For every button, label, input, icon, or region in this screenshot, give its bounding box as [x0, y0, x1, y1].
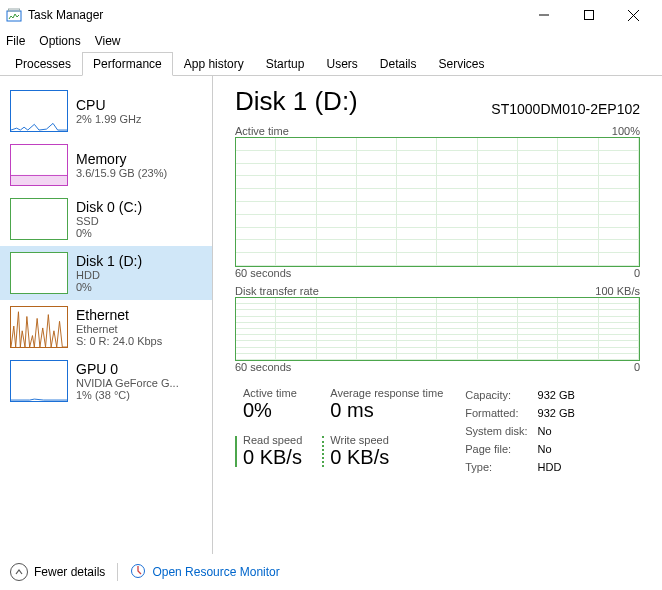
menu-file[interactable]: File: [6, 34, 25, 48]
tab-performance[interactable]: Performance: [82, 52, 173, 76]
chart1-axis-l: 60 seconds: [235, 267, 291, 279]
chart2-axis-l: 60 seconds: [235, 361, 291, 373]
close-button[interactable]: [611, 0, 656, 30]
sidebar-item-sub2: 0%: [76, 227, 142, 239]
active-time-chart: [235, 137, 640, 267]
sidebar-item-sub: SSD: [76, 215, 142, 227]
sidebar-item-sub2: 1% (38 °C): [76, 389, 179, 401]
perf-main: Disk 1 (D:) ST1000DM010-2EP102 Active ti…: [213, 76, 662, 554]
page-file-value: No: [538, 443, 583, 459]
sidebar-item-disk0[interactable]: Disk 0 (C:) SSD 0%: [0, 192, 212, 246]
transfer-rate-chart: [235, 297, 640, 361]
resource-monitor-icon: [130, 563, 146, 582]
footer-separator: [117, 563, 118, 581]
type-label: Type:: [465, 461, 535, 477]
menu-options[interactable]: Options: [39, 34, 80, 48]
chart1-label: Active time: [235, 125, 289, 137]
system-disk-label: System disk:: [465, 425, 535, 441]
write-speed-label: Write speed: [330, 434, 443, 446]
chart2-label: Disk transfer rate: [235, 285, 319, 297]
avg-resp-value: 0 ms: [330, 399, 443, 422]
sidebar-item-label: Disk 0 (C:): [76, 199, 142, 215]
sidebar-item-memory[interactable]: Memory 3.6/15.9 GB (23%): [0, 138, 212, 192]
open-resource-monitor-label: Open Resource Monitor: [152, 565, 279, 579]
titlebar: Task Manager: [0, 0, 662, 30]
open-resource-monitor-link[interactable]: Open Resource Monitor: [130, 563, 279, 582]
chart2-right: 100 KB/s: [595, 285, 640, 297]
sidebar-item-disk1[interactable]: Disk 1 (D:) HDD 0%: [0, 246, 212, 300]
window-title: Task Manager: [28, 8, 521, 22]
sidebar-item-sub: 3.6/15.9 GB (23%): [76, 167, 167, 179]
sidebar-item-sub: Ethernet: [76, 323, 162, 335]
sidebar-item-label: GPU 0: [76, 361, 179, 377]
sidebar-item-sub: NVIDIA GeForce G...: [76, 377, 179, 389]
sidebar-item-cpu[interactable]: CPU 2% 1.99 GHz: [0, 84, 212, 138]
tab-services[interactable]: Services: [428, 52, 496, 76]
window-controls: [521, 0, 656, 30]
menu-view[interactable]: View: [95, 34, 121, 48]
formatted-value: 932 GB: [538, 407, 583, 423]
system-disk-value: No: [538, 425, 583, 441]
app-icon: [6, 7, 22, 23]
minimize-button[interactable]: [521, 0, 566, 30]
tab-users[interactable]: Users: [315, 52, 368, 76]
footer: Fewer details Open Resource Monitor: [0, 554, 662, 590]
sidebar-item-ethernet[interactable]: Ethernet Ethernet S: 0 R: 24.0 Kbps: [0, 300, 212, 354]
page-file-label: Page file:: [465, 443, 535, 459]
cpu-thumbnail: [10, 90, 68, 132]
main-title: Disk 1 (D:): [235, 86, 358, 117]
disk-properties: Capacity:932 GB Formatted:932 GB System …: [463, 387, 585, 479]
sidebar-item-sub2: 0%: [76, 281, 142, 293]
read-speed-value: 0 KB/s: [243, 446, 302, 469]
avg-resp-label: Average response time: [330, 387, 443, 399]
sidebar-item-sub: 2% 1.99 GHz: [76, 113, 141, 125]
tab-processes[interactable]: Processes: [4, 52, 82, 76]
sidebar-item-sub: HDD: [76, 269, 142, 281]
ethernet-thumbnail: [10, 306, 68, 348]
svg-rect-1: [9, 9, 20, 11]
svg-rect-3: [584, 11, 593, 20]
type-value: HDD: [538, 461, 583, 477]
fewer-details-label: Fewer details: [34, 565, 105, 579]
fewer-details-button[interactable]: Fewer details: [10, 563, 105, 581]
read-speed-label: Read speed: [243, 434, 302, 446]
menubar: File Options View: [0, 30, 662, 52]
write-speed-value: 0 KB/s: [330, 446, 443, 469]
active-time-label: Active time: [243, 387, 302, 399]
chart1-axis-r: 0: [634, 267, 640, 279]
content: CPU 2% 1.99 GHz Memory 3.6/15.9 GB (23%)…: [0, 76, 662, 554]
chevron-up-icon: [10, 563, 28, 581]
sidebar-item-gpu0[interactable]: GPU 0 NVIDIA GeForce G... 1% (38 °C): [0, 354, 212, 408]
gpu-thumbnail: [10, 360, 68, 402]
svg-rect-6: [11, 175, 67, 185]
disk1-thumbnail: [10, 252, 68, 294]
formatted-label: Formatted:: [465, 407, 535, 423]
sidebar-item-label: CPU: [76, 97, 141, 113]
sidebar-item-label: Memory: [76, 151, 167, 167]
tab-strip: Processes Performance App history Startu…: [0, 52, 662, 76]
tab-app-history[interactable]: App history: [173, 52, 255, 76]
sidebar-item-label: Disk 1 (D:): [76, 253, 142, 269]
chart2-axis-r: 0: [634, 361, 640, 373]
chart1-right: 100%: [612, 125, 640, 137]
maximize-button[interactable]: [566, 0, 611, 30]
perf-sidebar: CPU 2% 1.99 GHz Memory 3.6/15.9 GB (23%)…: [0, 76, 213, 554]
disk-model: ST1000DM010-2EP102: [491, 101, 640, 117]
sidebar-item-sub2: S: 0 R: 24.0 Kbps: [76, 335, 162, 347]
capacity-label: Capacity:: [465, 389, 535, 405]
capacity-value: 932 GB: [538, 389, 583, 405]
sidebar-item-label: Ethernet: [76, 307, 162, 323]
tab-startup[interactable]: Startup: [255, 52, 316, 76]
disk0-thumbnail: [10, 198, 68, 240]
memory-thumbnail: [10, 144, 68, 186]
tab-details[interactable]: Details: [369, 52, 428, 76]
active-time-value: 0%: [243, 399, 302, 422]
